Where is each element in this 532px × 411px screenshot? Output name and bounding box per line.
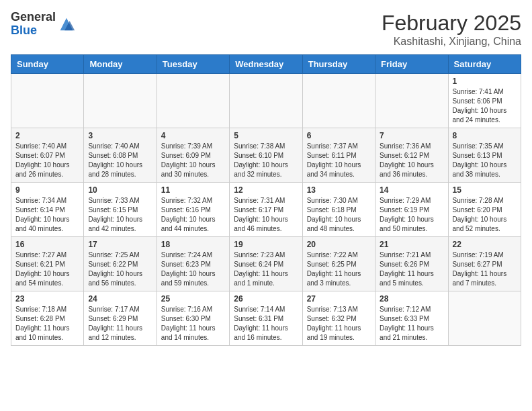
location-title: Kashitashi, Xinjiang, China	[382, 36, 521, 48]
calendar-cell	[302, 74, 375, 128]
calendar-cell: 21Sunrise: 7:21 AM Sunset: 6:26 PM Dayli…	[375, 237, 448, 291]
calendar-cell	[157, 74, 229, 128]
day-number: 9	[15, 185, 79, 195]
day-info: Sunrise: 7:38 AM Sunset: 6:10 PM Dayligh…	[234, 142, 298, 179]
calendar-cell: 17Sunrise: 7:25 AM Sunset: 6:22 PM Dayli…	[84, 237, 157, 291]
calendar-cell: 20Sunrise: 7:22 AM Sunset: 6:25 PM Dayli…	[302, 237, 375, 291]
day-info: Sunrise: 7:39 AM Sunset: 6:09 PM Dayligh…	[161, 142, 225, 179]
page-header: General Blue February 2025 Kashitashi, X…	[11, 11, 521, 48]
day-info: Sunrise: 7:17 AM Sunset: 6:29 PM Dayligh…	[88, 305, 152, 342]
calendar-cell: 25Sunrise: 7:16 AM Sunset: 6:30 PM Dayli…	[157, 291, 229, 346]
calendar-cell	[448, 291, 521, 346]
day-info: Sunrise: 7:35 AM Sunset: 6:13 PM Dayligh…	[453, 142, 517, 179]
week-row-2: 9Sunrise: 7:34 AM Sunset: 6:14 PM Daylig…	[11, 183, 521, 237]
weekday-header-row: SundayMondayTuesdayWednesdayThursdayFrid…	[11, 55, 521, 74]
day-number: 3	[88, 131, 152, 140]
week-row-4: 23Sunrise: 7:18 AM Sunset: 6:28 PM Dayli…	[11, 291, 521, 346]
week-row-1: 2Sunrise: 7:40 AM Sunset: 6:07 PM Daylig…	[11, 128, 521, 183]
day-number: 11	[161, 185, 225, 195]
logo-blue: Blue	[11, 24, 37, 37]
day-number: 24	[88, 294, 152, 304]
calendar-cell: 16Sunrise: 7:27 AM Sunset: 6:21 PM Dayli…	[11, 237, 84, 291]
weekday-tuesday: Tuesday	[157, 55, 229, 74]
calendar-table: SundayMondayTuesdayWednesdayThursdayFrid…	[11, 54, 521, 346]
calendar-cell: 18Sunrise: 7:24 AM Sunset: 6:23 PM Dayli…	[157, 237, 229, 291]
day-info: Sunrise: 7:25 AM Sunset: 6:22 PM Dayligh…	[88, 250, 152, 288]
weekday-thursday: Thursday	[302, 55, 375, 74]
calendar-cell: 5Sunrise: 7:38 AM Sunset: 6:10 PM Daylig…	[230, 128, 302, 183]
day-number: 22	[453, 240, 517, 249]
weekday-wednesday: Wednesday	[230, 55, 302, 74]
calendar-cell: 1Sunrise: 7:41 AM Sunset: 6:06 PM Daylig…	[448, 74, 521, 128]
day-info: Sunrise: 7:21 AM Sunset: 6:26 PM Dayligh…	[380, 250, 443, 288]
day-info: Sunrise: 7:29 AM Sunset: 6:19 PM Dayligh…	[380, 196, 443, 234]
weekday-saturday: Saturday	[448, 55, 521, 74]
calendar-cell: 6Sunrise: 7:37 AM Sunset: 6:11 PM Daylig…	[302, 128, 375, 183]
calendar-cell: 4Sunrise: 7:39 AM Sunset: 6:09 PM Daylig…	[157, 128, 229, 183]
day-number: 4	[161, 131, 225, 140]
weekday-sunday: Sunday	[11, 55, 84, 74]
calendar-cell: 23Sunrise: 7:18 AM Sunset: 6:28 PM Dayli…	[11, 291, 84, 346]
day-info: Sunrise: 7:22 AM Sunset: 6:25 PM Dayligh…	[307, 250, 371, 288]
logo-general: General	[11, 10, 56, 24]
weekday-monday: Monday	[84, 55, 157, 74]
week-row-0: 1Sunrise: 7:41 AM Sunset: 6:06 PM Daylig…	[11, 74, 521, 128]
calendar-cell	[375, 74, 448, 128]
calendar-cell	[84, 74, 157, 128]
month-title: February 2025	[382, 11, 521, 36]
calendar-cell: 13Sunrise: 7:30 AM Sunset: 6:18 PM Dayli…	[302, 183, 375, 237]
day-number: 26	[234, 294, 298, 304]
day-number: 15	[453, 185, 517, 195]
calendar-cell: 27Sunrise: 7:13 AM Sunset: 6:32 PM Dayli…	[302, 291, 375, 346]
day-info: Sunrise: 7:24 AM Sunset: 6:23 PM Dayligh…	[161, 250, 225, 288]
day-number: 20	[307, 240, 371, 249]
calendar-cell: 10Sunrise: 7:33 AM Sunset: 6:15 PM Dayli…	[84, 183, 157, 237]
calendar-cell: 15Sunrise: 7:28 AM Sunset: 6:20 PM Dayli…	[448, 183, 521, 237]
weekday-friday: Friday	[375, 55, 448, 74]
day-info: Sunrise: 7:18 AM Sunset: 6:28 PM Dayligh…	[15, 305, 79, 342]
day-number: 25	[161, 294, 225, 304]
day-number: 27	[307, 294, 371, 304]
calendar-cell: 28Sunrise: 7:12 AM Sunset: 6:33 PM Dayli…	[375, 291, 448, 346]
calendar-cell	[11, 74, 84, 128]
day-number: 23	[15, 294, 79, 304]
calendar-cell: 11Sunrise: 7:32 AM Sunset: 6:16 PM Dayli…	[157, 183, 229, 237]
calendar-cell: 26Sunrise: 7:14 AM Sunset: 6:31 PM Dayli…	[230, 291, 302, 346]
day-number: 16	[15, 240, 79, 249]
day-number: 6	[307, 131, 371, 140]
calendar-cell: 19Sunrise: 7:23 AM Sunset: 6:24 PM Dayli…	[230, 237, 302, 291]
day-number: 12	[234, 185, 298, 195]
day-number: 18	[161, 240, 225, 249]
day-number: 7	[380, 131, 443, 140]
day-info: Sunrise: 7:40 AM Sunset: 6:07 PM Dayligh…	[15, 142, 79, 179]
calendar-cell: 22Sunrise: 7:19 AM Sunset: 6:27 PM Dayli…	[448, 237, 521, 291]
day-info: Sunrise: 7:19 AM Sunset: 6:27 PM Dayligh…	[453, 250, 517, 288]
day-number: 13	[307, 185, 371, 195]
logo: General Blue	[11, 11, 76, 38]
day-number: 21	[380, 240, 443, 249]
calendar-cell: 14Sunrise: 7:29 AM Sunset: 6:19 PM Dayli…	[375, 183, 448, 237]
calendar-body: 1Sunrise: 7:41 AM Sunset: 6:06 PM Daylig…	[11, 74, 521, 346]
day-info: Sunrise: 7:34 AM Sunset: 6:14 PM Dayligh…	[15, 196, 79, 234]
calendar-cell: 3Sunrise: 7:40 AM Sunset: 6:08 PM Daylig…	[84, 128, 157, 183]
day-number: 5	[234, 131, 298, 140]
day-number: 14	[380, 185, 443, 195]
day-number: 1	[453, 77, 517, 86]
day-number: 28	[380, 294, 443, 304]
calendar-cell	[230, 74, 302, 128]
day-number: 2	[15, 131, 79, 140]
day-number: 8	[453, 131, 517, 140]
calendar-cell: 7Sunrise: 7:36 AM Sunset: 6:12 PM Daylig…	[375, 128, 448, 183]
day-number: 17	[88, 240, 152, 249]
day-info: Sunrise: 7:32 AM Sunset: 6:16 PM Dayligh…	[161, 196, 225, 234]
day-info: Sunrise: 7:23 AM Sunset: 6:24 PM Dayligh…	[234, 250, 298, 288]
day-info: Sunrise: 7:41 AM Sunset: 6:06 PM Dayligh…	[453, 87, 517, 125]
calendar-cell: 2Sunrise: 7:40 AM Sunset: 6:07 PM Daylig…	[11, 128, 84, 183]
day-info: Sunrise: 7:27 AM Sunset: 6:21 PM Dayligh…	[15, 250, 79, 288]
day-info: Sunrise: 7:28 AM Sunset: 6:20 PM Dayligh…	[453, 196, 517, 234]
logo-icon	[57, 15, 76, 34]
day-info: Sunrise: 7:16 AM Sunset: 6:30 PM Dayligh…	[161, 305, 225, 342]
day-info: Sunrise: 7:12 AM Sunset: 6:33 PM Dayligh…	[380, 305, 443, 342]
calendar-cell: 8Sunrise: 7:35 AM Sunset: 6:13 PM Daylig…	[448, 128, 521, 183]
day-info: Sunrise: 7:31 AM Sunset: 6:17 PM Dayligh…	[234, 196, 298, 234]
